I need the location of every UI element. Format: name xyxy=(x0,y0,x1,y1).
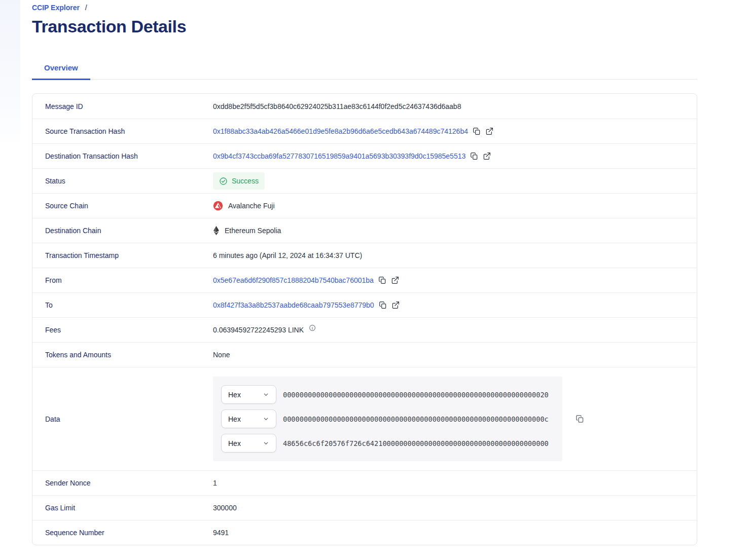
row-transaction-timestamp: Transaction Timestamp 6 minutes ago (Apr… xyxy=(32,243,697,268)
check-circle-icon xyxy=(219,177,228,185)
data-hex-panel: Hex 000000000000000000000000000000000000… xyxy=(213,377,562,461)
row-source-chain: Source Chain Avalanche Fuji xyxy=(32,193,697,218)
destination-tx-hash-link[interactable]: 0x9b4cf3743ccba69fa5277830716519859a9401… xyxy=(213,152,466,161)
copy-icon[interactable] xyxy=(473,127,481,135)
row-label: Data xyxy=(45,415,213,424)
row-label: Gas Limit xyxy=(45,503,213,512)
breadcrumb-separator: / xyxy=(85,4,87,12)
row-label: Sequence Number xyxy=(45,528,213,537)
data-format-select-value: Hex xyxy=(228,390,241,399)
tab-bar: Overview xyxy=(32,59,697,80)
message-id-value: 0xdd8be2f5f5d5cf3b8640c62924025b311ae83c… xyxy=(213,102,461,111)
data-format-select[interactable]: Hex xyxy=(221,409,276,428)
left-edge-gradient xyxy=(0,0,20,152)
row-from: From 0x5e67ea6d6f290f857c1888204b7540bac… xyxy=(32,268,697,292)
row-label: Message ID xyxy=(45,102,213,111)
row-sequence-number: Sequence Number 9491 xyxy=(32,520,697,545)
row-fees: Fees 0.06394592722245293 LINK xyxy=(32,317,697,342)
chevron-down-icon xyxy=(263,416,269,422)
source-tx-hash-link[interactable]: 0x1f88abc33a4ab426a5466e01d9e5fe8a2b96d6… xyxy=(213,127,468,136)
row-to: To 0x8f427f3a3a8b2537aabde68caab797553e8… xyxy=(32,292,697,317)
gas-limit-value: 300000 xyxy=(213,503,237,512)
data-hex-line: 0000000000000000000000000000000000000000… xyxy=(283,390,549,399)
row-destination-tx-hash: Destination Transaction Hash 0x9b4cf3743… xyxy=(32,143,697,168)
row-status: Status Success xyxy=(32,168,697,193)
external-link-icon[interactable] xyxy=(391,276,399,284)
row-label: Status xyxy=(45,176,213,185)
page-title: Transaction Details xyxy=(32,16,697,36)
row-data: Data Hex 0000000000000000000000000000000… xyxy=(32,367,697,470)
fees-value: 0.06394592722245293 LINK xyxy=(213,325,304,334)
external-link-icon[interactable] xyxy=(483,152,491,160)
external-link-icon[interactable] xyxy=(391,301,400,309)
data-hex-line: 0000000000000000000000000000000000000000… xyxy=(283,415,549,424)
data-line: Hex 48656c6c6f20576f726c6421000000000000… xyxy=(221,434,554,453)
row-label: Destination Transaction Hash xyxy=(45,152,213,161)
data-line: Hex 000000000000000000000000000000000000… xyxy=(221,385,554,404)
row-label: Sender Nonce xyxy=(45,478,213,488)
sequence-number-value: 9491 xyxy=(213,528,229,537)
page-content: CCIP Explorer / Transaction Details Over… xyxy=(32,0,697,545)
data-format-select[interactable]: Hex xyxy=(221,434,276,453)
external-link-icon[interactable] xyxy=(485,127,493,135)
row-label: From xyxy=(45,276,213,285)
chevron-down-icon xyxy=(263,391,269,398)
breadcrumb-ccip-explorer-link[interactable]: CCIP Explorer xyxy=(32,4,80,12)
copy-icon[interactable] xyxy=(378,276,386,284)
tokens-and-amounts-value: None xyxy=(213,350,230,359)
copy-icon[interactable] xyxy=(379,301,387,309)
row-tokens-and-amounts: Tokens and Amounts None xyxy=(32,342,697,367)
copy-icon[interactable] xyxy=(470,152,478,160)
data-format-select[interactable]: Hex xyxy=(221,385,276,404)
row-label: Destination Chain xyxy=(45,226,213,235)
row-label: Tokens and Amounts xyxy=(45,350,213,359)
ethereum-logo-icon xyxy=(213,226,220,236)
destination-chain-name: Ethereum Sepolia xyxy=(225,226,281,235)
row-label: Source Chain xyxy=(45,201,213,210)
row-gas-limit: Gas Limit 300000 xyxy=(32,495,697,520)
row-label: Source Transaction Hash xyxy=(45,127,213,136)
transaction-timestamp-value: 6 minutes ago (April 12, 2024 at 16:34:3… xyxy=(213,251,362,260)
row-message-id: Message ID 0xdd8be2f5f5d5cf3b8640c629240… xyxy=(32,94,697,119)
row-label: Transaction Timestamp xyxy=(45,251,213,260)
source-chain-name: Avalanche Fuji xyxy=(228,201,275,210)
data-line: Hex 000000000000000000000000000000000000… xyxy=(221,409,554,428)
row-sender-nonce: Sender Nonce 1 xyxy=(32,470,697,495)
status-badge-label: Success xyxy=(232,176,259,185)
from-address-link[interactable]: 0x5e67ea6d6f290f857c1888204b7540bac76001… xyxy=(213,276,374,285)
sender-nonce-value: 1 xyxy=(213,478,217,488)
info-icon[interactable] xyxy=(309,324,316,331)
avalanche-logo-icon xyxy=(213,201,223,211)
breadcrumb: CCIP Explorer / xyxy=(32,4,697,12)
tab-overview[interactable]: Overview xyxy=(32,59,90,80)
data-format-select-value: Hex xyxy=(228,439,241,448)
data-hex-line: 48656c6c6f20576f726c64210000000000000000… xyxy=(283,439,549,448)
copy-icon[interactable] xyxy=(576,415,584,423)
to-address-link[interactable]: 0x8f427f3a3a8b2537aabde68caab797553e8779… xyxy=(213,301,374,310)
chevron-down-icon xyxy=(263,440,269,446)
row-label: Fees xyxy=(45,325,213,334)
data-format-select-value: Hex xyxy=(228,415,241,424)
row-destination-chain: Destination Chain Ethereum Sepolia xyxy=(32,218,697,243)
row-label: To xyxy=(45,301,213,310)
status-badge: Success xyxy=(213,172,265,190)
row-source-tx-hash: Source Transaction Hash 0x1f88abc33a4ab4… xyxy=(32,119,697,143)
transaction-details-card: Message ID 0xdd8be2f5f5d5cf3b8640c629240… xyxy=(32,93,697,545)
